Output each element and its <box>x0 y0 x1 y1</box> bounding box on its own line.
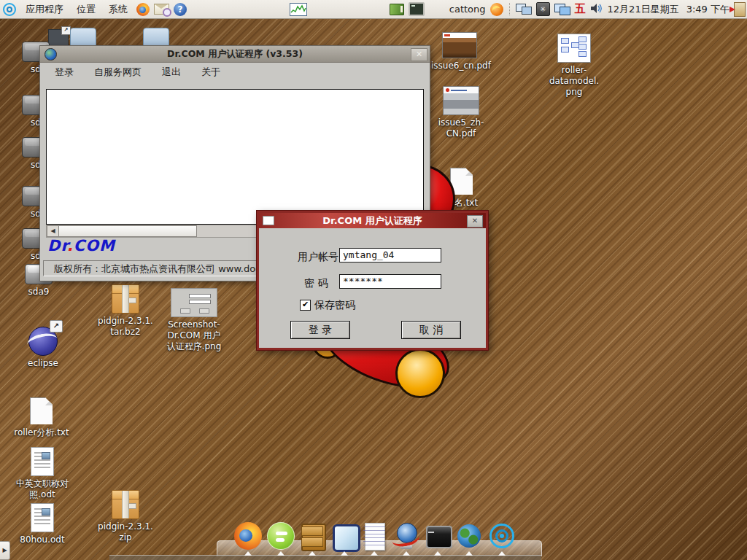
odt-document-icon <box>31 447 54 476</box>
im-swirl <box>491 4 501 15</box>
login-button[interactable]: 登 录 <box>290 321 350 339</box>
archive-icon <box>112 490 139 519</box>
save-password-checkbox[interactable]: ✔ <box>300 300 311 311</box>
running-indicator <box>277 551 285 556</box>
menu-system[interactable]: 系统 <box>102 0 134 18</box>
book-pages <box>400 6 403 12</box>
scim-icon[interactable]: ✳ <box>536 2 550 16</box>
dock-item-notes[interactable] <box>360 522 388 556</box>
drcom-login-dialog: Dr.COM 用户认证程序 ✕ 用户帐号 ymtang_04 密 码 *****… <box>257 211 488 350</box>
scroll-left-button[interactable]: ◀ <box>47 225 59 237</box>
firefox-icon <box>234 522 262 550</box>
main-menu-rings-icon[interactable] <box>2 2 17 17</box>
desktop-icon-eclipse[interactable]: ↗ eclipse <box>15 327 71 369</box>
display-icon[interactable] <box>554 4 570 15</box>
dock-item-globe-stand[interactable] <box>392 522 420 556</box>
dock-item-blue-cube[interactable] <box>330 522 358 556</box>
main-window-menubar: 登录 自服务网页 退出 关于 <box>40 63 430 82</box>
network-icon[interactable] <box>516 3 532 15</box>
desktop-icon-80hou-odt[interactable]: 80hou.odt <box>14 503 71 545</box>
account-input[interactable]: ymtang_04 <box>339 248 441 262</box>
panel-show-button[interactable]: ▶ <box>0 541 10 560</box>
desktop-icon-issue5-pdf[interactable]: issue5_zh- CN.pdf <box>433 86 489 139</box>
eclipse-icon: ↗ <box>28 327 58 356</box>
drcom-logo: Dr.COM <box>47 237 115 254</box>
running-indicator <box>341 551 348 556</box>
page-fold <box>45 398 53 405</box>
launcher-arrow-emblem: ↗ <box>50 320 63 332</box>
globe-stand-icon <box>392 522 420 550</box>
close-button[interactable]: ✕ <box>411 48 427 61</box>
dock-base <box>109 555 541 560</box>
cabinet-body <box>301 524 326 551</box>
drawer <box>301 526 323 536</box>
diagram-box <box>578 44 587 50</box>
mail-clock-icon[interactable] <box>154 4 169 15</box>
main-window-titlebar[interactable]: Dr.COM 用户认证程序 (v3.53) <box>40 46 430 63</box>
help-icon[interactable]: ? <box>174 3 187 16</box>
account-label: 用户帐号 <box>298 251 338 264</box>
terminal-screen <box>426 526 452 548</box>
text-file-icon <box>30 397 53 425</box>
icon-label: issue5_zh- CN.pdf <box>433 117 489 139</box>
dock-item-terminal[interactable] <box>424 522 452 556</box>
network-screen-front <box>522 7 532 15</box>
dock-item-file-cabinet[interactable] <box>298 522 326 556</box>
menu-login[interactable]: 登录 <box>55 66 74 79</box>
running-indicator <box>244 551 252 556</box>
dock-item-earth[interactable] <box>455 522 483 556</box>
blue-rings-icon <box>488 522 516 550</box>
scribbles <box>363 526 385 545</box>
date-label[interactable]: 12月21日星期五 <box>608 3 679 16</box>
logo-dot: . <box>67 237 74 254</box>
tray-separator <box>509 3 510 15</box>
system-monitor-applet[interactable] <box>290 3 307 16</box>
dock-item-green-app[interactable] <box>267 522 295 556</box>
desktop-icon-zhongyingwen-odt[interactable]: 中英文职称对 照.odt <box>14 447 71 500</box>
cancel-button[interactable]: 取 消 <box>401 321 461 339</box>
monitor-graph <box>290 4 306 15</box>
notes-icon <box>360 523 388 551</box>
dock-item-blue-rings[interactable] <box>488 522 516 556</box>
icon-label: sda9 <box>10 287 67 298</box>
desktop-icon-roller-txt[interactable]: roller分析.txt <box>13 397 70 438</box>
glyph-bar <box>276 538 285 542</box>
pdf-thumbnail-icon <box>442 32 477 58</box>
panel-tray: cattong ✳ 五 12月21日星期五 3:49 下午 <box>390 0 746 18</box>
menu-places[interactable]: 位置 <box>70 0 102 18</box>
box-label <box>128 503 136 509</box>
pdf-thumbnail-icon <box>443 86 479 115</box>
speaker-glyph <box>590 3 603 14</box>
menu-selfservice[interactable]: 自服务网页 <box>94 66 142 79</box>
dialog-close-button[interactable]: ✕ <box>467 215 483 228</box>
dialog-titlebar[interactable]: Dr.COM 用户认证程序 <box>259 213 486 228</box>
dictionary-book-icon[interactable] <box>390 4 404 15</box>
desktop-icon-roller-datamodel[interactable]: roller- datamodel. png <box>546 34 603 98</box>
desktop-icon-pidgin-zip[interactable]: pidgin-2.3.1. zip <box>97 490 154 543</box>
notes-page <box>365 523 385 551</box>
menu-applications[interactable]: 应用程序 <box>19 0 70 18</box>
icon-label: pidgin-2.3.1. zip <box>97 521 154 543</box>
terminal-icon[interactable] <box>409 2 425 16</box>
icon-label: pidgin-2.3.1. tar.bz2 <box>97 316 154 338</box>
time-label[interactable]: 3:49 下午 <box>686 3 729 16</box>
firefox-icon[interactable] <box>136 3 150 16</box>
earth-globe <box>457 524 481 548</box>
icon-label: Screenshot- Dr.COM 用户 认证程序.png <box>166 319 222 352</box>
scrollbar-thumb[interactable] <box>59 225 197 237</box>
desktop: 应用程序 位置 系统 ? cattong ✳ 五 <box>0 0 747 560</box>
wubi-indicator[interactable]: 五 <box>575 2 586 16</box>
logout-door-icon[interactable] <box>734 2 746 17</box>
desktop-icon-pidgin-tarbz2[interactable]: pidgin-2.3.1. tar.bz2 <box>97 284 154 338</box>
dock-item-firefox[interactable] <box>234 522 262 556</box>
menu-about[interactable]: 关于 <box>201 66 220 79</box>
im-status-icon[interactable] <box>490 3 503 16</box>
ring-center <box>500 534 504 538</box>
desktop-icon-issue6-pdf[interactable]: issue6_cn.pdf <box>431 32 488 71</box>
desktop-icon-screenshot-png[interactable]: Screenshot- Dr.COM 用户 认证程序.png <box>166 288 222 352</box>
screenshot-thumbnail-icon <box>171 288 217 317</box>
menu-exit[interactable]: 退出 <box>162 66 181 79</box>
username-label: cattong <box>449 4 486 15</box>
volume-icon[interactable] <box>590 3 603 16</box>
password-input[interactable]: ******* <box>339 274 441 289</box>
